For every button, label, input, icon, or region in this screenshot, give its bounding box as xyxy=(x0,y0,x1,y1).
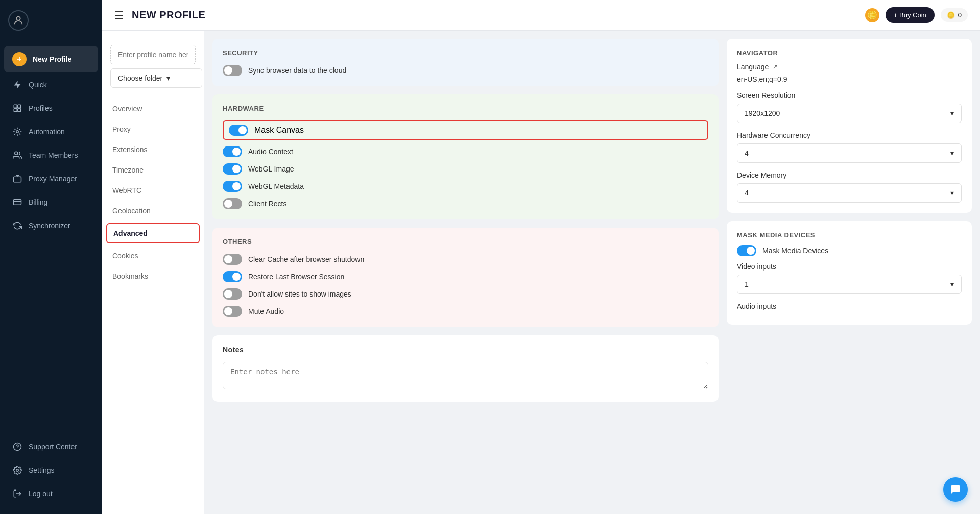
chevron-down-icon: ▾ xyxy=(166,74,170,82)
webgl-metadata-row: WebGL Metadata xyxy=(223,181,708,192)
automation-icon xyxy=(12,127,22,137)
webgl-image-label: WebGL Image xyxy=(248,165,294,173)
sync-browser-label: Sync browser data to the cloud xyxy=(248,66,346,75)
topbar-right: 🪙 + Buy Coin 🪙 0 xyxy=(865,7,968,23)
main-content: ☰ NEW PROFILE 🪙 + Buy Coin 🪙 0 Choose fo… xyxy=(102,0,980,514)
svg-rect-2 xyxy=(14,105,17,108)
sidebar-item-automation[interactable]: Automation xyxy=(4,120,98,143)
mask-canvas-toggle[interactable] xyxy=(229,125,248,136)
sidebar-item-support[interactable]: Support Center xyxy=(4,435,98,458)
chat-bubble[interactable] xyxy=(943,477,968,502)
hardware-concurrency-select[interactable]: 4 ▾ xyxy=(737,143,962,163)
mute-audio-row: Mute Audio xyxy=(223,306,708,317)
avatar[interactable] xyxy=(8,10,29,31)
clear-cache-label: Clear Cache after browser shutdown xyxy=(248,255,364,263)
support-icon xyxy=(12,442,22,452)
plus-icon: + xyxy=(12,52,27,66)
page-title: NEW PROFILE xyxy=(132,9,205,21)
sidebar-item-team-members[interactable]: Team Members xyxy=(4,144,98,166)
subnav-item-webrtc[interactable]: WebRTC xyxy=(102,180,204,201)
external-link-icon[interactable]: ↗ xyxy=(773,63,778,70)
screen-resolution-select[interactable]: 1920x1200 ▾ xyxy=(737,104,962,123)
dont-show-images-toggle[interactable] xyxy=(223,288,242,300)
navigator-title: NAVIGATOR xyxy=(737,49,962,57)
webgl-image-row: WebGL Image xyxy=(223,163,708,175)
subnav-item-timezone[interactable]: Timezone xyxy=(102,160,204,180)
sidebar-item-label: New Profile xyxy=(33,55,71,63)
sidebar-item-quick[interactable]: Quick xyxy=(4,74,98,96)
sidebar-item-settings[interactable]: Settings xyxy=(4,459,98,481)
mute-audio-toggle[interactable] xyxy=(223,306,242,317)
sidebar-item-billing[interactable]: Billing xyxy=(4,191,98,213)
sidebar-item-label: Synchronizer xyxy=(29,222,70,230)
svg-rect-9 xyxy=(14,200,21,205)
others-title: OTHERS xyxy=(223,238,708,246)
sync-browser-toggle[interactable] xyxy=(223,65,242,76)
sidebar: + New Profile Quick Profiles Automation xyxy=(0,0,102,514)
hardware-title: HARDWARE xyxy=(223,105,708,112)
right-column: NAVIGATOR Language ↗ en-US,en;q=0.9 Scre… xyxy=(727,39,972,506)
audio-context-toggle[interactable] xyxy=(223,146,242,157)
coin-count: 🪙 0 xyxy=(941,8,968,22)
security-toggle-row: Sync browser data to the cloud xyxy=(223,65,708,76)
video-inputs-select[interactable]: 1 ▾ xyxy=(737,275,962,294)
hardware-section: HARDWARE Mask Canvas Audio Context xyxy=(212,94,719,219)
form-body: SECURITY Sync browser data to the cloud … xyxy=(204,31,980,514)
restore-session-label: Restore Last Browser Session xyxy=(248,273,344,281)
sub-nav: Choose folder ▾ + Create Overview Proxy … xyxy=(102,31,204,514)
subnav-item-cookies[interactable]: Cookies xyxy=(102,246,204,266)
security-section: SECURITY Sync browser data to the cloud xyxy=(212,39,719,86)
proxy-icon xyxy=(12,174,22,184)
hamburger-menu[interactable]: ☰ xyxy=(114,9,124,21)
device-memory-label: Device Memory xyxy=(737,171,962,179)
folder-select[interactable]: Choose folder ▾ xyxy=(110,68,202,88)
mask-media-devices-toggle[interactable] xyxy=(737,245,756,256)
subnav-item-overview[interactable]: Overview xyxy=(102,99,204,119)
sidebar-top xyxy=(0,0,102,41)
notes-input[interactable] xyxy=(223,362,708,389)
sidebar-item-label: Billing xyxy=(29,198,47,206)
subnav-item-geolocation[interactable]: Geolocation xyxy=(102,201,204,221)
sidebar-item-new-profile[interactable]: + New Profile xyxy=(4,46,98,72)
buy-coin-button[interactable]: + Buy Coin xyxy=(886,7,935,23)
sidebar-item-label: Support Center xyxy=(29,443,77,451)
profile-name-bar: Choose folder ▾ + Create xyxy=(102,39,204,94)
sidebar-bottom: Support Center Settings Log out xyxy=(0,426,102,514)
sidebar-item-logout[interactable]: Log out xyxy=(4,482,98,505)
form-area: SECURITY Sync browser data to the cloud … xyxy=(204,31,980,514)
clear-cache-toggle[interactable] xyxy=(223,254,242,265)
subnav-item-advanced[interactable]: Advanced xyxy=(106,223,200,243)
device-memory-select[interactable]: 4 ▾ xyxy=(737,183,962,203)
svg-point-6 xyxy=(16,131,19,133)
profile-name-input[interactable] xyxy=(110,45,196,64)
svg-point-7 xyxy=(15,152,18,155)
subnav-item-bookmarks[interactable]: Bookmarks xyxy=(102,266,204,286)
svg-point-13 xyxy=(16,469,19,472)
webgl-metadata-toggle[interactable] xyxy=(223,181,242,192)
mute-audio-label: Mute Audio xyxy=(248,307,284,315)
notes-section: Notes xyxy=(212,335,719,402)
subnav-item-extensions[interactable]: Extensions xyxy=(102,139,204,160)
client-rects-row: Client Rects xyxy=(223,198,708,209)
profiles-icon xyxy=(12,103,22,113)
client-rects-toggle[interactable] xyxy=(223,198,242,209)
sidebar-item-synchronizer[interactable]: Synchronizer xyxy=(4,214,98,237)
restore-session-row: Restore Last Browser Session xyxy=(223,271,708,282)
coin-badge-icon: 🪙 xyxy=(865,8,879,22)
screen-resolution-value: 1920x1200 xyxy=(745,109,780,117)
quick-icon xyxy=(12,80,22,90)
security-title: SECURITY xyxy=(223,49,708,57)
sidebar-item-proxy-manager[interactable]: Proxy Manager xyxy=(4,167,98,190)
svg-point-0 xyxy=(16,17,20,20)
dont-show-images-label: Don't allow sites to show images xyxy=(248,290,351,298)
chevron-down-icon: ▾ xyxy=(950,189,954,197)
mask-media-devices-title: MASK MEDIA DEVICES xyxy=(737,231,962,239)
subnav-item-proxy[interactable]: Proxy xyxy=(102,119,204,139)
webgl-image-toggle[interactable] xyxy=(223,163,242,175)
sync-icon xyxy=(12,221,22,231)
language-row: Language ↗ xyxy=(737,63,962,71)
team-icon xyxy=(12,150,22,160)
restore-session-toggle[interactable] xyxy=(223,271,242,282)
coin-emoji: 🪙 xyxy=(947,11,955,19)
sidebar-item-profiles[interactable]: Profiles xyxy=(4,97,98,119)
